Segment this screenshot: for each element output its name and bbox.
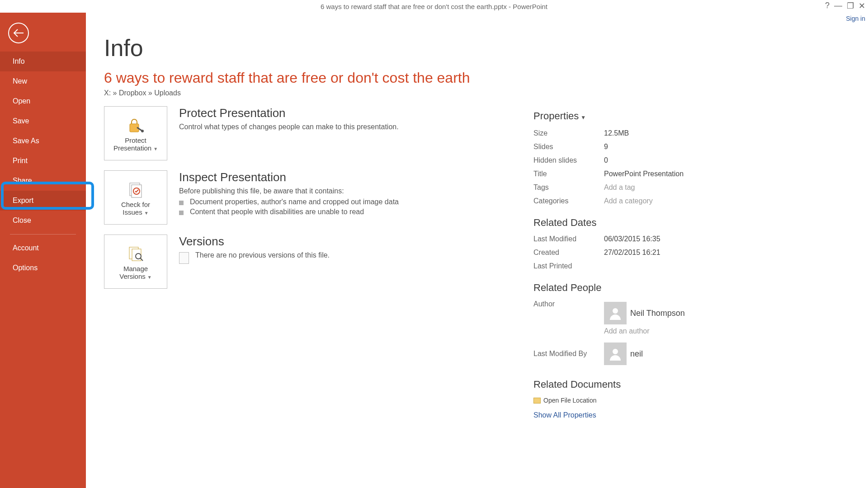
property-row-size: Size 12.5MB xyxy=(533,127,787,140)
sidebar-item-save[interactable]: Save xyxy=(0,111,86,131)
sidebar-item-label: Account xyxy=(13,244,39,252)
window-controls: ? — ❐ ✕ xyxy=(825,1,865,11)
chevron-down-icon: ▼ xyxy=(144,211,149,216)
page-title: Info xyxy=(104,34,850,61)
property-row-author: Author Neil Thompson Add an author xyxy=(533,297,787,338)
inspect-desc: Before publishing this file, be aware th… xyxy=(179,187,514,195)
avatar-icon xyxy=(604,302,627,324)
sidebar-item-label: Close xyxy=(13,216,31,224)
categories-input[interactable]: Add a category xyxy=(604,197,653,205)
bullet-text: Document properties, author's name and c… xyxy=(190,198,399,206)
property-row-categories: Categories Add a category xyxy=(533,194,787,208)
title-bar: 6 ways to reward staff that are free or … xyxy=(0,0,868,13)
help-icon[interactable]: ? xyxy=(825,1,830,11)
button-label: Issues xyxy=(123,208,142,216)
chevron-down-icon: ▼ xyxy=(153,146,158,151)
property-value: 9 xyxy=(604,143,608,151)
properties-dropdown[interactable]: Properties▼ xyxy=(533,110,787,122)
sidebar-item-label: Save As xyxy=(13,137,39,145)
property-label: Tags xyxy=(533,183,604,192)
open-file-location-label: Open File Location xyxy=(543,397,597,404)
bullet-text: Content that people with disabilities ar… xyxy=(190,208,364,216)
protect-desc: Control what types of changes people can… xyxy=(179,123,514,131)
tags-input[interactable]: Add a tag xyxy=(604,183,635,192)
property-value: 0 xyxy=(604,156,608,164)
sidebar-item-label: Print xyxy=(13,157,28,164)
minimize-icon[interactable]: — xyxy=(834,1,842,11)
folder-icon xyxy=(533,398,541,404)
button-label: Versions xyxy=(119,272,146,280)
svg-point-9 xyxy=(613,349,618,354)
property-label: Last Printed xyxy=(533,262,604,270)
backstage-main: Info 6 ways to reward staff that are fre… xyxy=(86,13,868,488)
window-title: 6 ways to reward staff that are free or … xyxy=(321,3,547,10)
sidebar-item-close[interactable]: Close xyxy=(0,211,86,230)
chevron-down-icon: ▼ xyxy=(580,114,586,121)
property-row-created: Created 27/02/2015 16:21 xyxy=(533,246,787,259)
sidebar-item-label: Export xyxy=(13,197,33,204)
sidebar-item-new[interactable]: New xyxy=(0,71,86,91)
lock-icon xyxy=(127,115,144,136)
button-label: Presentation xyxy=(113,144,151,152)
sidebar-item-print[interactable]: Print xyxy=(0,151,86,171)
related-documents-header: Related Documents xyxy=(533,379,787,390)
bullet-icon xyxy=(179,211,184,215)
versions-heading: Versions xyxy=(179,235,514,249)
document-path: X: » Dropbox » Uploads xyxy=(104,89,850,97)
button-label: Check for xyxy=(121,201,150,208)
close-icon[interactable]: ✕ xyxy=(859,1,865,11)
property-value: 12.5MB xyxy=(604,129,629,137)
page-icon xyxy=(179,252,189,264)
versions-desc: There are no previous versions of this f… xyxy=(195,251,330,259)
modified-by-name: neil xyxy=(630,349,643,359)
arrow-left-icon xyxy=(13,28,24,38)
property-row-hidden: Hidden slides 0 xyxy=(533,154,787,167)
sidebar-separator xyxy=(10,234,76,235)
inspect-heading: Inspect Presentation xyxy=(179,170,514,184)
restore-icon[interactable]: ❐ xyxy=(847,1,854,11)
button-label: Manage xyxy=(123,265,148,272)
sidebar-item-save-as[interactable]: Save As xyxy=(0,131,86,151)
sidebar-item-label: New xyxy=(13,77,27,85)
back-button[interactable] xyxy=(8,23,29,43)
check-for-issues-button[interactable]: Check for Issues▼ xyxy=(104,170,167,225)
sidebar-item-export[interactable]: Export xyxy=(0,191,86,211)
sidebar-item-info[interactable]: Info xyxy=(0,52,86,71)
sidebar-item-open[interactable]: Open xyxy=(0,91,86,111)
sidebar-item-label: Info xyxy=(13,57,25,65)
protect-presentation-button[interactable]: Protect Presentation▼ xyxy=(104,106,167,160)
sidebar-item-share[interactable]: Share xyxy=(0,171,86,191)
protect-heading: Protect Presentation xyxy=(179,106,514,120)
property-value[interactable]: PowerPoint Presentation xyxy=(604,170,684,178)
show-all-properties-link[interactable]: Show All Properties xyxy=(533,411,596,419)
add-author-input[interactable]: Add an author xyxy=(604,327,685,335)
property-label: Size xyxy=(533,129,604,137)
property-label: Categories xyxy=(533,197,604,205)
document-magnify-icon xyxy=(127,243,145,265)
modified-by-entry[interactable]: neil xyxy=(604,343,643,365)
bullet-icon xyxy=(179,201,184,205)
sidebar-item-account[interactable]: Account xyxy=(0,238,86,258)
property-row-last-modified: Last Modified 06/03/2015 16:35 xyxy=(533,232,787,246)
property-row-tags: Tags Add a tag xyxy=(533,181,787,194)
open-file-location-link[interactable]: Open File Location xyxy=(533,394,787,407)
property-label: Last Modified By xyxy=(533,350,604,358)
property-label: Hidden slides xyxy=(533,156,604,164)
property-row-modified-by: Last Modified By neil xyxy=(533,338,787,370)
properties-panel: Properties▼ Size 12.5MB Slides 9 Hidden … xyxy=(533,110,787,424)
avatar-icon xyxy=(604,343,627,365)
property-label: Title xyxy=(533,170,604,178)
sidebar-item-options[interactable]: Options xyxy=(0,258,86,278)
document-title: 6 ways to reward staff that are free or … xyxy=(104,70,850,86)
manage-versions-button[interactable]: Manage Versions▼ xyxy=(104,235,167,289)
sidebar-item-label: Share xyxy=(13,177,32,184)
property-label: Author xyxy=(533,300,604,308)
property-label: Slides xyxy=(533,143,604,151)
properties-header-label: Properties xyxy=(533,110,579,122)
property-row-title: Title PowerPoint Presentation xyxy=(533,167,787,181)
inspect-bullet: Content that people with disabilities ar… xyxy=(179,208,514,216)
sidebar-item-label: Save xyxy=(13,117,29,125)
author-entry[interactable]: Neil Thompson xyxy=(604,302,685,324)
property-row-last-printed: Last Printed xyxy=(533,259,787,273)
chevron-down-icon: ▼ xyxy=(147,275,152,280)
